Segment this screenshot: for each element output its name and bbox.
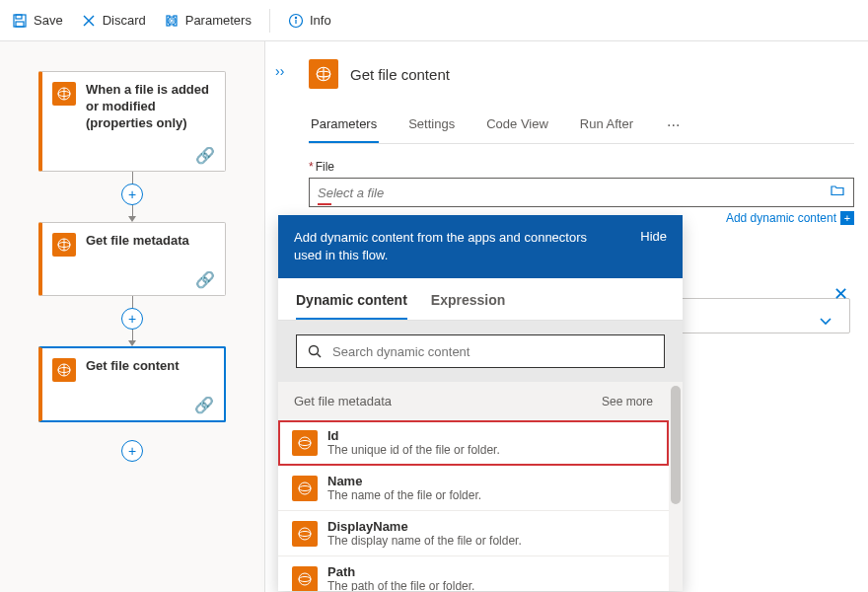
tab-codeview[interactable]: Code View bbox=[484, 109, 550, 143]
svg-point-27 bbox=[299, 441, 311, 446]
panel-tabs: Parameters Settings Code View Run After … bbox=[309, 109, 854, 144]
save-label: Save bbox=[34, 13, 63, 28]
flow-connector: + bbox=[121, 172, 143, 222]
discard-button[interactable]: Discard bbox=[81, 13, 146, 29]
tab-dynamic-content[interactable]: Dynamic content bbox=[296, 288, 407, 320]
panel-title: Get file content bbox=[350, 66, 450, 83]
dynamic-item-path[interactable]: Path The path of the file or folder. bbox=[278, 556, 669, 591]
tab-runafter[interactable]: Run After bbox=[578, 109, 635, 143]
collapse-panel-button[interactable]: ›› bbox=[275, 63, 284, 79]
sharepoint-icon bbox=[309, 59, 338, 89]
parameters-button[interactable]: @ Parameters bbox=[164, 13, 252, 29]
popup-banner: Add dynamic content from the apps and co… bbox=[278, 215, 683, 278]
sharepoint-icon bbox=[292, 521, 318, 547]
svg-point-29 bbox=[299, 486, 311, 491]
save-button[interactable]: Save bbox=[12, 13, 63, 29]
popup-tabs: Dynamic content Expression bbox=[278, 278, 683, 321]
add-step-button[interactable]: + bbox=[121, 184, 143, 205]
sharepoint-icon bbox=[292, 430, 318, 456]
hide-popup-button[interactable]: Hide bbox=[640, 229, 667, 244]
file-field-label: *File bbox=[309, 160, 854, 174]
scrollbar-thumb[interactable] bbox=[671, 386, 681, 504]
info-icon bbox=[288, 13, 304, 29]
link-icon: 🔗 bbox=[194, 396, 214, 414]
scrollbar[interactable] bbox=[669, 382, 683, 591]
section-header: Get file metadata See more bbox=[278, 382, 669, 420]
svg-point-28 bbox=[299, 482, 311, 494]
flow-canvas: When a file is added or modified (proper… bbox=[0, 41, 264, 592]
sharepoint-icon bbox=[292, 476, 318, 501]
search-input[interactable] bbox=[332, 344, 654, 359]
close-button[interactable]: ✕ bbox=[833, 283, 848, 305]
svg-point-33 bbox=[299, 577, 311, 582]
dynamic-item-id[interactable]: Id The unique id of the file or folder. bbox=[278, 420, 669, 466]
flow-card-title: When a file is added or modified (proper… bbox=[86, 82, 215, 132]
flow-connector: + bbox=[121, 296, 143, 346]
svg-point-11 bbox=[295, 17, 296, 18]
discard-icon bbox=[81, 13, 97, 29]
chevron-down-icon[interactable] bbox=[818, 313, 833, 333]
svg-point-32 bbox=[299, 573, 311, 585]
svg-point-24 bbox=[310, 346, 319, 355]
flow-card-content[interactable]: Get file content 🔗 bbox=[38, 346, 226, 422]
discard-label: Discard bbox=[103, 13, 146, 28]
search-wrap bbox=[296, 334, 665, 368]
svg-point-31 bbox=[299, 532, 311, 537]
save-icon bbox=[12, 13, 28, 29]
link-icon: 🔗 bbox=[195, 146, 215, 165]
sharepoint-icon bbox=[52, 233, 76, 257]
file-input[interactable] bbox=[318, 185, 830, 200]
link-icon: 🔗 bbox=[195, 270, 215, 289]
add-step-end-button[interactable]: + bbox=[121, 440, 143, 462]
tab-more-button[interactable]: ··· bbox=[663, 109, 684, 143]
sharepoint-icon bbox=[52, 358, 76, 382]
search-icon bbox=[307, 343, 323, 359]
folder-picker-icon[interactable] bbox=[830, 183, 845, 202]
add-step-button[interactable]: + bbox=[121, 308, 143, 330]
svg-rect-1 bbox=[16, 15, 22, 19]
info-label: Info bbox=[310, 13, 331, 28]
see-more-link[interactable]: See more bbox=[602, 395, 653, 408]
parameters-icon: @ bbox=[164, 13, 180, 29]
svg-line-25 bbox=[318, 354, 322, 358]
flow-card-title: Get file content bbox=[86, 358, 180, 375]
flow-card-trigger[interactable]: When a file is added or modified (proper… bbox=[38, 71, 226, 172]
svg-point-26 bbox=[299, 437, 311, 449]
svg-rect-2 bbox=[16, 22, 24, 27]
svg-text:@: @ bbox=[168, 17, 175, 24]
dynamic-content-list: Get file metadata See more Id The unique… bbox=[278, 382, 669, 591]
tab-expression[interactable]: Expression bbox=[431, 288, 505, 320]
sharepoint-icon bbox=[292, 566, 318, 591]
flow-card-metadata[interactable]: Get file metadata 🔗 bbox=[38, 222, 226, 296]
tab-parameters[interactable]: Parameters bbox=[309, 109, 379, 143]
parameters-label: Parameters bbox=[185, 13, 252, 28]
svg-point-30 bbox=[299, 528, 311, 540]
toolbar: Save Discard @ Parameters Info bbox=[0, 0, 868, 41]
dynamic-item-name[interactable]: Name The name of the file or folder. bbox=[278, 466, 669, 511]
flow-card-title: Get file metadata bbox=[86, 233, 189, 250]
info-button[interactable]: Info bbox=[288, 13, 331, 29]
dynamic-content-popup: Add dynamic content from the apps and co… bbox=[278, 215, 683, 591]
plus-icon: + bbox=[840, 211, 854, 225]
toolbar-divider bbox=[269, 9, 270, 33]
file-input-wrap bbox=[309, 178, 854, 207]
tab-settings[interactable]: Settings bbox=[406, 109, 457, 143]
sharepoint-icon bbox=[52, 82, 76, 106]
dynamic-item-displayname[interactable]: DisplayName The display name of the file… bbox=[278, 511, 669, 556]
